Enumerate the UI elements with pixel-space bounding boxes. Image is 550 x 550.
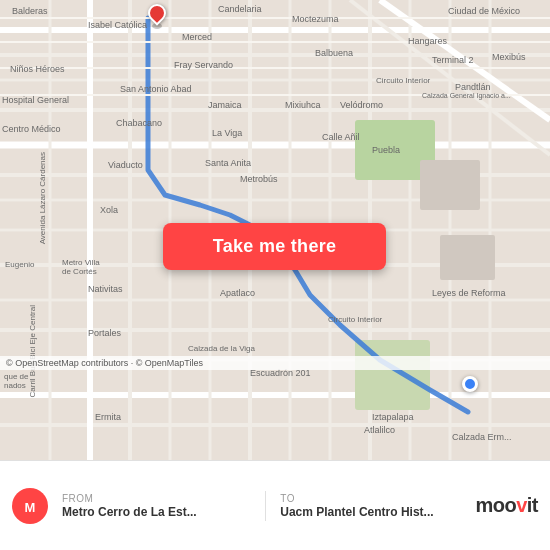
svg-text:M: M	[25, 500, 36, 515]
take-me-there-label: Take me there	[213, 236, 337, 257]
moovit-logo: M	[12, 488, 56, 524]
moovit-text-logo: moovit	[475, 494, 538, 517]
route-info: FROM Metro Cerro de La Est... TO Uacm Pl…	[56, 491, 475, 521]
route-divider	[265, 491, 266, 521]
origin-marker	[462, 376, 478, 392]
destination-marker	[148, 4, 166, 22]
from-station-name: Metro Cerro de La Est...	[62, 505, 251, 519]
to-label-text: TO	[280, 493, 469, 504]
bottom-bar: M FROM Metro Cerro de La Est... TO Uacm …	[0, 460, 550, 550]
take-me-there-button[interactable]: Take me there	[163, 223, 386, 270]
to-station-name: Uacm Plantel Centro Hist...	[280, 505, 469, 519]
map-container: Balderas Candelaria Isabel Católica Merc…	[0, 0, 550, 460]
to-section: TO Uacm Plantel Centro Hist...	[274, 493, 475, 519]
from-label-text: FROM	[62, 493, 251, 504]
svg-rect-31	[420, 160, 480, 210]
from-section: FROM Metro Cerro de La Est...	[56, 493, 257, 519]
moovit-logo-icon: M	[12, 488, 48, 524]
svg-rect-32	[440, 235, 495, 280]
map-attribution: © OpenStreetMap contributors · © OpenMap…	[0, 356, 550, 370]
